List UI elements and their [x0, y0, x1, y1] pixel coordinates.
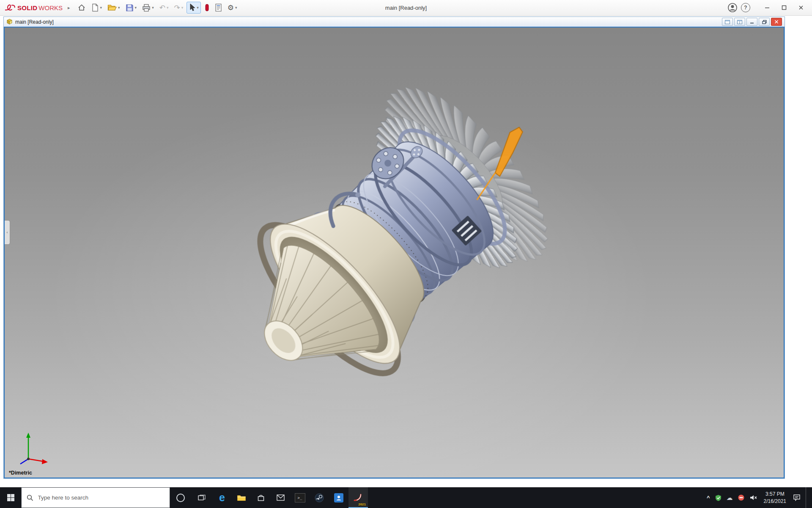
task-view-icon [198, 494, 206, 502]
window-controls [759, 1, 809, 14]
app-title-bar: SOLIDWORKS ▸ ▾ ▾ ▾ ▾ ↶ [0, 0, 812, 16]
caret-down-icon[interactable]: ▾ [181, 6, 184, 10]
minimize-icon [765, 5, 770, 10]
open-button[interactable]: ▾ [105, 2, 122, 13]
gear-icon: ⚙ [228, 4, 234, 11]
viewport-layout-button-1[interactable] [722, 18, 733, 26]
touch-mode-button[interactable] [202, 2, 211, 14]
taskbar-app-solidworks[interactable]: 2021 [348, 487, 368, 508]
file-properties-button[interactable] [213, 2, 224, 14]
open-folder-icon [107, 4, 117, 11]
close-icon [798, 5, 804, 10]
taskbar-clock[interactable]: 3:57 PM 2/16/2021 [762, 491, 788, 504]
search-icon [27, 494, 33, 501]
close-icon [774, 20, 779, 24]
cortana-button[interactable] [170, 487, 191, 508]
print-icon [142, 4, 151, 12]
ds-logo-icon [4, 4, 16, 11]
caret-down-icon[interactable]: ▾ [135, 6, 137, 10]
pipe-end-fitting [355, 192, 360, 197]
taskbar-app-people[interactable] [329, 487, 348, 508]
doc-close-button[interactable] [771, 18, 782, 26]
clock-date: 2/16/2021 [764, 498, 786, 505]
taskbar-app-terminal[interactable]: >_ [290, 487, 310, 508]
caret-down-icon[interactable]: ▾ [235, 6, 237, 10]
menu-expand-chevron-icon[interactable]: ▸ [68, 5, 70, 11]
volume-muted-icon[interactable] [749, 494, 757, 501]
user-account-icon[interactable] [727, 3, 738, 13]
cortana-icon [176, 494, 185, 502]
redo-button[interactable]: ↷ ▾ [172, 3, 185, 13]
home-button[interactable] [75, 2, 88, 14]
maximize-icon [782, 5, 787, 10]
task-view-button[interactable] [191, 487, 212, 508]
workspace: main [Read-only] [0, 16, 812, 488]
doc-minimize-button[interactable] [746, 18, 757, 26]
taskbar-app-store[interactable] [251, 487, 271, 508]
undo-button[interactable]: ↶ ▾ [157, 3, 171, 13]
caret-down-icon[interactable]: ▾ [197, 6, 199, 10]
edge-icon: e [219, 492, 225, 503]
file-properties-icon [215, 3, 222, 12]
select-cursor-icon [189, 3, 195, 12]
assembly-document-icon [6, 19, 13, 25]
options-button[interactable]: ⚙ ▾ [225, 3, 239, 13]
app-document-title: main [Read-only] [385, 5, 427, 11]
caret-down-icon[interactable]: ▾ [118, 6, 120, 10]
doc-restore-button[interactable] [759, 18, 770, 26]
quick-access-toolbar: ▾ ▾ ▾ ▾ ↶ ▾ ↷ ▾ [75, 2, 239, 14]
blue-person-app-icon [334, 493, 343, 502]
new-document-button[interactable]: ▾ [89, 2, 104, 14]
print-button[interactable]: ▾ [140, 2, 156, 14]
store-bag-icon [257, 494, 265, 502]
undo-icon: ↶ [159, 4, 165, 11]
restore-icon [762, 20, 767, 24]
feature-panel-collapse-tab[interactable]: ‹ [5, 220, 10, 245]
taskbar-app-file-explorer[interactable] [232, 487, 251, 508]
maximize-button[interactable] [776, 1, 793, 14]
brand-works: WORKS [38, 4, 63, 11]
solidworks-window: SOLIDWORKS ▸ ▾ ▾ ▾ ▾ ↶ [0, 0, 812, 508]
window-split-icon [737, 20, 742, 24]
graphics-viewport[interactable]: ‹ *Dimetric [4, 27, 785, 478]
close-button[interactable] [793, 1, 809, 14]
status-red-icon[interactable] [738, 494, 744, 501]
action-center-icon[interactable] [793, 494, 801, 501]
file-explorer-icon [237, 494, 246, 502]
taskbar-app-steam[interactable] [310, 487, 329, 508]
help-button[interactable]: ? [741, 3, 750, 12]
viewport-layout-button-2[interactable] [734, 18, 745, 26]
round-dark-app-icon [315, 493, 324, 502]
solidworks-year-badge: 2021 [358, 502, 366, 506]
security-shield-icon[interactable] [715, 494, 721, 501]
caret-down-icon[interactable]: ▾ [167, 6, 169, 10]
orientation-triad [13, 426, 51, 467]
select-button[interactable]: ▾ [187, 2, 201, 14]
brand-solid: SOLID [17, 4, 37, 11]
minimize-icon [750, 20, 754, 24]
windows-logo-icon [7, 494, 14, 501]
triad-z-axis [20, 459, 28, 464]
show-desktop-strip[interactable] [806, 487, 809, 508]
search-input[interactable] [37, 494, 165, 501]
solidworks-logo: SOLIDWORKS [3, 4, 64, 11]
tray-expand-chevron-icon[interactable]: ^ [707, 494, 710, 501]
document-title-bar[interactable]: main [Read-only] [4, 17, 785, 27]
taskbar-app-edge[interactable]: e [212, 487, 232, 508]
caret-down-icon[interactable]: ▾ [152, 6, 154, 10]
view-orientation-label: *Dimetric [9, 470, 32, 476]
jet-engine-3d-model[interactable] [5, 28, 784, 478]
caret-down-icon[interactable]: ▾ [100, 6, 102, 10]
solidworks-app-icon [353, 493, 363, 503]
help-icon: ? [744, 5, 747, 11]
document-window-controls [722, 18, 782, 26]
save-button[interactable]: ▾ [123, 2, 139, 14]
system-tray: ^ ☁ 3:57 PM 2/16/2021 [703, 487, 812, 508]
start-button[interactable] [0, 487, 21, 508]
taskbar-search[interactable] [21, 487, 170, 508]
taskbar-app-mail[interactable] [271, 487, 290, 508]
mail-envelope-icon [277, 494, 285, 501]
cloud-sync-icon[interactable]: ☁ [727, 494, 733, 501]
minimize-button[interactable] [759, 1, 776, 14]
clock-time: 3:57 PM [764, 491, 786, 497]
